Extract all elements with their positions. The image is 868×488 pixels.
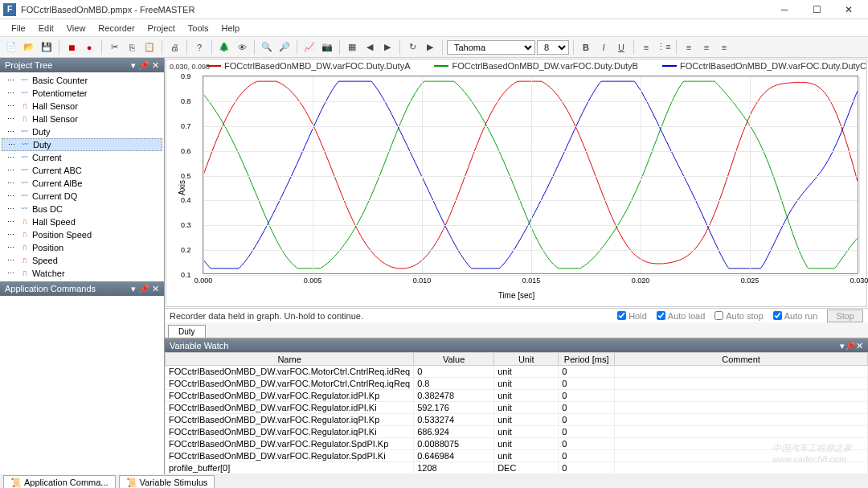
new-icon[interactable]: 📄 (3, 39, 19, 55)
menu-view[interactable]: View (60, 22, 92, 35)
dotted-icon: ⋯ (5, 204, 16, 214)
refresh-icon[interactable]: ↻ (404, 39, 420, 55)
autoload-checkbox[interactable]: Auto load (657, 311, 705, 321)
tree-item[interactable]: ⋯〰Duty (2, 125, 162, 138)
font-select[interactable]: Tahoma (447, 40, 535, 55)
menu-edit[interactable]: Edit (32, 22, 60, 35)
autorun-checkbox[interactable]: Auto run (773, 311, 818, 321)
tree-item[interactable]: ⋯⎍Hall Speed (2, 215, 162, 228)
table-row[interactable]: FOCctrlBasedOnMBD_DW.varFOC.Regulator.iq… (166, 426, 868, 438)
variable-watch-header: Variable Watch ▾📌✕ (165, 339, 868, 352)
panel-auto-hide-icon[interactable]: 📌 (138, 284, 149, 294)
menu-project[interactable]: Project (141, 22, 182, 35)
scope-icon: 〰 (18, 191, 30, 201)
x-axis-label: Time [sec] (498, 291, 535, 300)
chart-area[interactable]: 0.030, 0.098 FOCctrlBasedOnMBD_DW.varFOC… (166, 59, 867, 307)
zoom-in-icon[interactable]: 🔍 (259, 39, 275, 55)
menu-help[interactable]: Help (215, 22, 247, 35)
tab-duty[interactable]: Duty (168, 325, 206, 338)
tree-icon[interactable]: 🌲 (216, 39, 232, 55)
numlist-icon[interactable]: ⋮≡ (656, 39, 672, 55)
panel-close-icon[interactable]: ✕ (856, 341, 863, 351)
tree-item[interactable]: ⋯⎍Position Speed (2, 228, 162, 241)
stop-icon[interactable]: ⏹ (63, 39, 80, 55)
scope-icon: 〰 (18, 127, 30, 137)
tree-item[interactable]: ⋯〰Current ABC (2, 164, 162, 177)
align-right-icon[interactable]: ≡ (716, 39, 732, 55)
table-row[interactable]: FOCctrlBasedOnMBD_DW.varFOC.MotorCtrl.Cn… (166, 366, 868, 378)
dotted-icon: ⋯ (5, 166, 16, 175)
menu-tools[interactable]: Tools (182, 22, 215, 35)
grid-icon[interactable]: ▦ (344, 39, 360, 55)
tab-app-commands[interactable]: 📜Application Comma... (3, 475, 116, 489)
align-left-icon[interactable]: ≡ (681, 39, 697, 55)
tree-item[interactable]: ⋯⎍Speed (2, 254, 162, 267)
play-icon[interactable]: ▶ (422, 39, 438, 55)
table-row[interactable]: FOCctrlBasedOnMBD_DW.varFOC.Regulator.id… (166, 390, 868, 402)
project-tree[interactable]: ⋯〰Basic Counter⋯〰Potentiometer⋯⎍Hall Sen… (0, 72, 164, 281)
tree-item[interactable]: ⋯〰Potentiometer (2, 87, 162, 100)
cut-icon[interactable]: ✂ (106, 39, 122, 55)
align-center-icon[interactable]: ≡ (698, 39, 714, 55)
list-icon[interactable]: ≡ (638, 39, 654, 55)
help-icon[interactable]: ? (191, 39, 207, 55)
tree-item[interactable]: ⋯〰Current AlBe (2, 177, 162, 190)
print-icon[interactable]: 🖨 (166, 39, 182, 55)
fontsize-select[interactable]: 8 (537, 40, 569, 55)
table-row[interactable]: FOCctrlBasedOnMBD_DW.varFOC.Regulator.Sp… (166, 438, 868, 450)
copy-icon[interactable]: ⎘ (124, 39, 140, 55)
dotted-icon: ⋯ (5, 256, 16, 265)
trigger-icon: ⎍ (18, 230, 30, 240)
table-row[interactable]: FOCctrlBasedOnMBD_DW.varFOC.MotorCtrl.Cn… (166, 378, 868, 390)
open-icon[interactable]: 📂 (21, 39, 37, 55)
table-row[interactable]: profile_buffer[0]1208DEC0 (166, 462, 868, 474)
tree-item[interactable]: ⋯⎍Hall Sensor (2, 100, 162, 113)
table-row[interactable]: FOCctrlBasedOnMBD_DW.varFOC.Regulator.iq… (166, 414, 868, 426)
tree-item-label: Watcher (32, 269, 65, 278)
table-row[interactable]: FOCctrlBasedOnMBD_DW.varFOC.Regulator.Sp… (166, 450, 868, 462)
underline-icon[interactable]: U (613, 39, 629, 55)
tree-item[interactable]: ⋯〰Current DQ (2, 190, 162, 203)
tree-item-label: Duty (32, 127, 51, 137)
watch-icon[interactable]: 👁 (234, 39, 250, 55)
dotted-icon: ⋯ (5, 76, 16, 85)
trigger-icon: ⎍ (18, 256, 30, 265)
zoom-out-icon[interactable]: 🔎 (276, 39, 293, 55)
arrow-left-icon[interactable]: ◀ (362, 39, 378, 55)
menu-file[interactable]: File (5, 22, 32, 35)
panel-auto-hide-icon[interactable]: 📌 (138, 60, 149, 71)
panel-close-icon[interactable]: ✕ (152, 284, 159, 294)
italic-icon[interactable]: I (596, 39, 612, 55)
stop-button[interactable]: Stop (827, 310, 863, 322)
tree-item[interactable]: ⋯〰Duty (2, 138, 162, 151)
tree-item[interactable]: ⋯〰Current (2, 151, 162, 164)
panel-auto-hide-icon[interactable]: 📌 (845, 341, 856, 351)
tree-item[interactable]: ⋯⎍Hall Sensor (2, 113, 162, 125)
arrow-right-icon[interactable]: ▶ (379, 39, 395, 55)
snapshot-icon[interactable]: 📷 (319, 39, 335, 55)
menu-recorder[interactable]: Recorder (92, 22, 141, 35)
run-icon[interactable]: ● (81, 39, 97, 55)
tab-variable-stimulus[interactable]: 📜Variable Stimulus (119, 475, 215, 489)
table-row[interactable]: FOCctrlBasedOnMBD_DW.varFOC.Regulator.id… (166, 402, 868, 414)
minimize-button[interactable]: ─ (768, 1, 800, 18)
tree-item[interactable]: ⋯⎍Watcher (2, 267, 162, 280)
tree-item[interactable]: ⋯⎍Position (2, 241, 162, 254)
pin-icon[interactable]: ▾ (131, 284, 136, 294)
pin-icon[interactable]: ▾ (131, 60, 136, 71)
save-icon[interactable]: 💾 (39, 39, 55, 55)
hold-checkbox[interactable]: Hold (617, 311, 647, 321)
autostop-checkbox[interactable]: Auto stop (714, 311, 763, 321)
panel-close-icon[interactable]: ✕ (152, 60, 159, 71)
chart-plot[interactable]: 0.10.20.30.40.50.60.70.80.90.0000.0050.0… (203, 76, 858, 274)
bottom-tabs: 📜Application Comma... 📜Variable Stimulus (0, 474, 868, 488)
close-button[interactable]: ✕ (833, 1, 865, 18)
chart-icon[interactable]: 📈 (301, 39, 317, 55)
script-icon: 📜 (126, 478, 137, 488)
tree-item[interactable]: ⋯〰Bus DC (2, 203, 162, 215)
bold-icon[interactable]: B (578, 39, 594, 55)
tree-item[interactable]: ⋯〰Basic Counter (2, 74, 162, 87)
maximize-button[interactable]: ☐ (800, 1, 833, 18)
paste-icon[interactable]: 📋 (141, 39, 158, 55)
variable-watch-table[interactable]: NameValueUnitPeriod [ms]CommentFOCctrlBa… (165, 352, 868, 474)
